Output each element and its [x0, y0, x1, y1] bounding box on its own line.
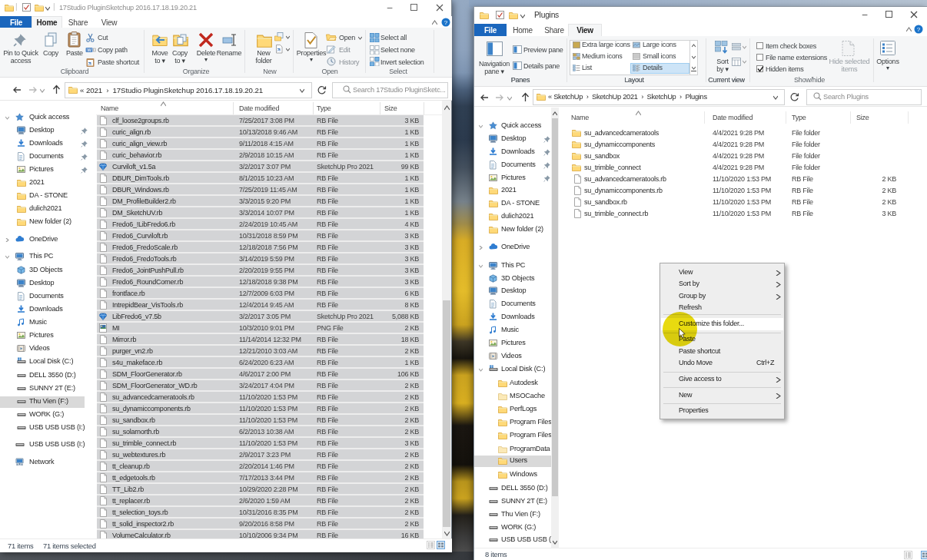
svg-text:?: ?: [444, 19, 448, 26]
svg-text:?: ?: [917, 26, 921, 33]
svg-text:W: W: [87, 48, 91, 52]
